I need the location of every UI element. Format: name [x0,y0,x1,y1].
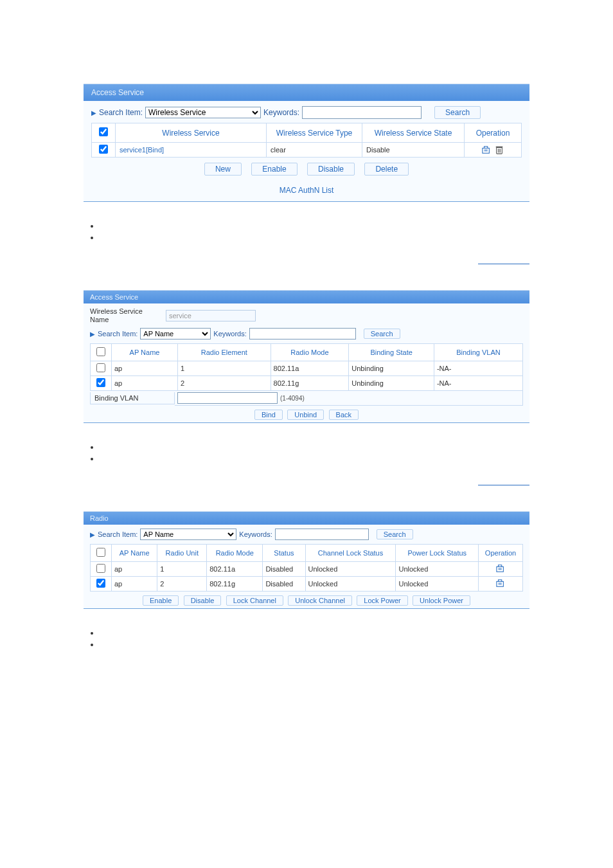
keywords-label: Keywords: [213,330,246,338]
col-chlock[interactable]: Channel Lock Status [305,545,396,562]
binding-vlan-label: Binding VLAN [90,392,175,404]
search-item-label: Search Item: [98,530,138,538]
col-pwlock[interactable]: Power Lock Status [396,545,479,562]
col-operation: Operation [465,123,522,143]
search-button[interactable]: Search [434,106,481,119]
keywords-input[interactable] [275,529,369,540]
enable-button[interactable]: Enable [251,163,297,176]
disable-button[interactable]: Disable [307,163,355,176]
list-item [100,640,613,651]
access-service-panel: Access Service ▶ Search Item: Wireless S… [84,84,529,202]
col-radio-unit[interactable]: Radio Unit [157,545,207,562]
search-button[interactable]: Search [377,529,413,539]
col-operation: Operation [479,545,523,562]
keywords-input[interactable] [249,328,356,339]
row-checkbox[interactable] [96,363,105,372]
col-ap-name[interactable]: AP Name [112,545,157,562]
service-name-label: Wireless Service Name [90,307,161,324]
delete-icon[interactable] [495,145,504,154]
col-radio-element[interactable]: Radio Element [178,344,271,361]
list-item [100,442,613,454]
triangle-icon: ▶ [90,330,95,338]
list-item [100,233,613,244]
edit-icon[interactable] [482,145,491,154]
panel-title: Access Service [84,84,529,101]
bullet-list [100,442,613,466]
col-binding-vlan[interactable]: Binding VLAN [434,344,522,361]
bullet-list [100,221,613,244]
disable-button[interactable]: Disable [184,595,222,606]
bind-button[interactable]: Bind [254,410,283,420]
bullet-list [100,628,613,651]
row-checkbox[interactable] [99,145,108,154]
col-binding-state[interactable]: Binding State [349,344,434,361]
col-ap-name[interactable]: AP Name [112,344,178,361]
wireless-service-table: Wireless Service Wireless Service Type W… [91,123,522,158]
select-all-checkbox[interactable] [96,548,105,557]
unlock-channel-button[interactable]: Unlock Channel [288,595,352,606]
edit-icon[interactable] [496,579,505,588]
table-row: service1[Bind] clear Disable [92,143,522,158]
row-checkbox[interactable] [96,579,105,588]
table-row: ap 2 802.11g Unbinding -NA- [91,376,523,391]
select-all-checkbox[interactable] [96,347,105,356]
panel-title: Radio [84,511,529,525]
triangle-icon: ▶ [91,109,96,116]
select-all-checkbox[interactable] [99,127,108,136]
radio-table: AP Name Radio Unit Radio Mode Status Cha… [90,544,523,592]
search-button[interactable]: Search [364,329,400,339]
col-state[interactable]: Wireless Service State [362,123,465,143]
binding-vlan-input[interactable] [177,392,278,404]
search-item-select[interactable]: Wireless Service [145,107,261,118]
divider [478,264,529,264]
table-row: ap 2 802.11g Disabled Unlocked Unlocked [91,577,523,592]
keywords-label: Keywords: [239,530,272,538]
mac-authn-link[interactable]: MAC AuthN List [280,186,334,195]
col-status[interactable]: Status [263,545,305,562]
row-checkbox[interactable] [96,378,105,387]
search-item-label: Search Item: [98,330,138,338]
list-item [100,454,613,466]
col-service[interactable]: Wireless Service [116,123,267,143]
binding-vlan-hint: (1-4094) [280,395,305,402]
service-name-field [166,310,256,321]
table-row: ap 1 802.11a Unbinding -NA- [91,361,523,376]
search-item-select[interactable]: AP Name [140,529,236,540]
col-radio-mode[interactable]: Radio Mode [271,344,349,361]
edit-icon[interactable] [496,564,505,573]
ap-bind-table: AP Name Radio Element Radio Mode Binding… [90,343,523,391]
search-item-label: Search Item: [99,108,143,117]
delete-button[interactable]: Delete [364,163,409,176]
keywords-label: Keywords: [263,108,299,117]
new-button[interactable]: New [204,163,242,176]
row-checkbox[interactable] [96,564,105,573]
radio-panel: Radio ▶ Search Item: AP Name Keywords: S… [84,511,529,609]
table-row: ap 1 802.11a Disabled Unlocked Unlocked [91,562,523,577]
lock-power-button[interactable]: Lock Power [357,595,407,606]
cell-state: Disable [362,143,465,158]
triangle-icon: ▶ [90,531,95,538]
list-item [100,628,613,640]
search-row: ▶ Search Item: Wireless Service Keywords… [91,106,522,119]
keywords-input[interactable] [302,106,422,119]
back-button[interactable]: Back [329,410,359,420]
divider [478,485,529,485]
button-row: New Enable Disable Delete [91,163,522,176]
search-item-select[interactable]: AP Name [140,328,211,339]
unlock-power-button[interactable]: Unlock Power [413,595,470,606]
col-radio-mode[interactable]: Radio Mode [207,545,263,562]
bind-service-panel: Access Service Wireless Service Name ▶ S… [84,290,529,423]
lock-channel-button[interactable]: Lock Channel [226,595,283,606]
panel-title: Access Service [84,290,529,303]
enable-button[interactable]: Enable [143,595,179,606]
svg-rect-7 [496,147,503,148]
service-link[interactable]: service1[Bind] [120,146,164,154]
list-item [100,221,613,233]
unbind-button[interactable]: Unbind [287,410,324,420]
cell-type: clear [267,143,362,158]
col-type[interactable]: Wireless Service Type [267,123,362,143]
